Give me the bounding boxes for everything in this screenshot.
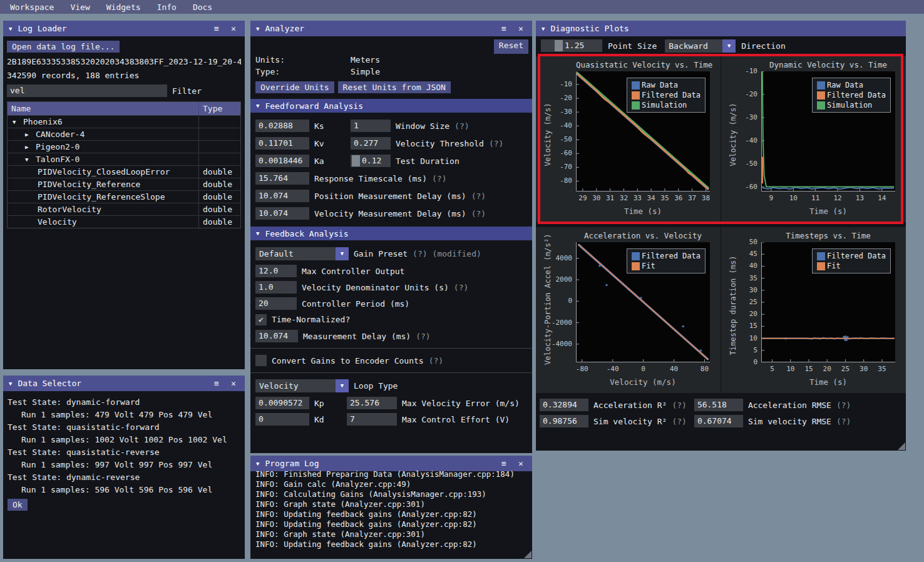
velocity-threshold-input[interactable]: 0.277	[351, 137, 391, 150]
y-tick-label: -40	[538, 121, 572, 130]
collapse-icon[interactable]: ▼	[9, 26, 12, 32]
window-menu-icon[interactable]: ≡	[498, 459, 510, 468]
resize-grip[interactable]	[898, 442, 905, 450]
legend-item[interactable]: Filtered Data	[632, 91, 701, 100]
menu-item-docs[interactable]: Docs	[193, 3, 212, 12]
resize-grip[interactable]	[524, 551, 531, 558]
table-row[interactable]: ▼Phoenix6	[8, 115, 240, 128]
kv-input[interactable]: 0.11701	[255, 137, 309, 150]
legend-item[interactable]: Filtered Data	[817, 252, 886, 260]
ok-button[interactable]: Ok	[8, 499, 28, 511]
max-control-effort-label: Max Control Effort (V)	[402, 415, 510, 424]
window-size-input[interactable]: 1	[351, 120, 391, 132]
window-menu-icon[interactable]: ≡	[211, 24, 222, 33]
ks-input[interactable]: 0.02888	[255, 120, 309, 132]
velocity-denominator-label: Velocity Denominator Units (s)	[302, 283, 449, 292]
override-units-button[interactable]: Override Units	[255, 81, 334, 93]
gain-preset-dropdown[interactable]: Default ▼	[255, 247, 349, 260]
plot-legend[interactable]: Raw DataFiltered DataSimulation	[812, 78, 891, 113]
legend-item[interactable]: Filtered Data	[817, 91, 886, 100]
table-row[interactable]: PIDVelocity_ClosedLoopErrordouble	[8, 165, 240, 178]
chevron-down-icon[interactable]: ▼	[722, 39, 736, 53]
plot-surface[interactable]: Filtered DataFit	[576, 242, 710, 362]
filter-input[interactable]: vel	[7, 84, 167, 97]
collapse-icon[interactable]: ▼	[542, 26, 545, 32]
plot-surface[interactable]: Raw DataFiltered DataSimulation	[576, 71, 710, 192]
legend-item[interactable]: Raw Data	[817, 81, 886, 89]
kd-input[interactable]: 0	[255, 413, 309, 426]
tree-collapse-icon[interactable]: ▼	[13, 116, 19, 128]
collapse-icon[interactable]: ▼	[9, 381, 12, 387]
legend-item[interactable]: Filtered Data	[632, 252, 701, 260]
y-tick-label: -70	[538, 163, 572, 171]
collapse-icon[interactable]: ▼	[256, 26, 259, 32]
plot-legend[interactable]: Filtered DataFit	[812, 248, 891, 273]
point-size-slider[interactable]: 1.25	[541, 39, 602, 52]
collapse-icon[interactable]: ▼	[256, 461, 259, 467]
legend-item[interactable]: Raw Data	[632, 81, 701, 89]
legend-item[interactable]: Fit	[817, 262, 886, 270]
plot-surface[interactable]: Filtered DataFit	[761, 242, 895, 362]
menu-item-view[interactable]: View	[70, 3, 90, 12]
column-name[interactable]: Name	[8, 102, 199, 115]
acceleration-r2-input[interactable]: 0.32894	[540, 399, 588, 411]
sim-velocity-r2-input[interactable]: 0.98756	[540, 415, 588, 427]
loop-type-dropdown[interactable]: Velocity ▼	[255, 379, 349, 392]
close-icon[interactable]: ✕	[228, 379, 239, 388]
menu-item-widgets[interactable]: Widgets	[106, 3, 141, 12]
max-velocity-error-input[interactable]: 25.576	[347, 397, 397, 409]
table-row[interactable]: ▼TalonFX-0	[8, 153, 240, 165]
feedback-section-header[interactable]: ▼ Feedback Analysis	[250, 227, 532, 240]
velocity-delay-input[interactable]: 10.074	[255, 207, 309, 220]
table-row[interactable]: PIDVelocity_ReferenceSlopedouble	[8, 190, 240, 203]
table-row[interactable]: Velocitydouble	[8, 215, 240, 228]
log-filename: 2B189E633353385320202034383803FF_2023-12…	[7, 57, 241, 66]
acceleration-rmse-input[interactable]: 56.518	[694, 399, 743, 411]
chevron-down-icon[interactable]: ▼	[336, 247, 349, 260]
measurement-delay-input[interactable]: 10.074	[255, 330, 298, 342]
window-menu-icon[interactable]: ≡	[211, 379, 222, 388]
response-timescale-input[interactable]: 15.764	[255, 172, 309, 185]
menu-item-info[interactable]: Info	[157, 3, 177, 12]
position-delay-input[interactable]: 10.074	[255, 190, 309, 202]
kp-input[interactable]: 0.0090572	[255, 397, 309, 409]
menu-item-workspace[interactable]: Workspace	[10, 3, 54, 12]
max-control-effort-input[interactable]: 7	[347, 413, 397, 426]
velocity-denominator-input[interactable]: 1.0	[255, 281, 297, 294]
plot-legend[interactable]: Filtered DataFit	[627, 248, 706, 273]
table-row[interactable]: PIDVelocity_Referencedouble	[8, 178, 240, 190]
open-log-file-button[interactable]: Open data log file...	[7, 41, 120, 53]
feedforward-section-header[interactable]: ▼ Feedforward Analysis	[250, 99, 532, 113]
table-row[interactable]: ▶Pigeon2-0	[8, 140, 240, 153]
max-velocity-error-label: Max Velocity Error (m/s)	[402, 399, 520, 408]
table-row[interactable]: RotorVelocitydouble	[8, 203, 240, 215]
test-duration-slider[interactable]: 0.12	[351, 155, 391, 167]
tree-expand-icon[interactable]: ▶	[25, 128, 31, 140]
direction-dropdown[interactable]: Backward ▼	[665, 39, 736, 53]
max-controller-output-input[interactable]: 12.0	[255, 265, 297, 277]
tree-expand-icon[interactable]: ▶	[25, 141, 31, 153]
reset-units-from-json-button[interactable]: Reset Units from JSON	[338, 81, 451, 93]
close-icon[interactable]: ✕	[515, 24, 526, 33]
legend-item[interactable]: Simulation	[632, 101, 701, 110]
window-menu-icon[interactable]: ≡	[498, 24, 510, 33]
tree-collapse-icon[interactable]: ▼	[25, 153, 31, 165]
row-type: double	[199, 191, 240, 203]
table-row[interactable]: ▶CANcoder-4	[8, 128, 240, 140]
x-tick-label: 80	[694, 365, 715, 373]
close-icon[interactable]: ✕	[228, 24, 239, 33]
sim-velocity-rmse-input[interactable]: 0.67074	[694, 415, 743, 427]
controller-period-input[interactable]: 20	[255, 297, 297, 310]
plot-surface[interactable]: Raw DataFiltered DataSimulation	[761, 71, 895, 192]
chevron-down-icon[interactable]: ▼	[336, 379, 349, 392]
legend-item[interactable]: Simulation	[817, 101, 886, 110]
legend-item[interactable]: Fit	[632, 262, 701, 270]
convert-gains-checkbox[interactable]	[255, 355, 267, 366]
time-normalized-checkbox[interactable]: ✔	[255, 314, 267, 325]
close-icon[interactable]: ✕	[515, 459, 526, 468]
velocity-threshold-label: Velocity Threshold	[396, 139, 484, 148]
reset-button[interactable]: Reset	[494, 39, 528, 54]
ka-input[interactable]: 0.0018446	[255, 155, 309, 167]
plot-legend[interactable]: Raw DataFiltered DataSimulation	[627, 78, 706, 113]
column-type[interactable]: Type	[199, 102, 240, 115]
